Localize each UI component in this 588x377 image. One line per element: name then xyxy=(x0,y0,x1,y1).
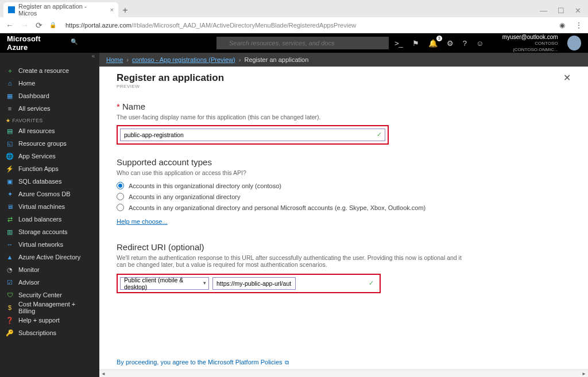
key-icon: 🔑 xyxy=(6,329,14,337)
feedback-icon[interactable]: ☺ xyxy=(476,39,483,48)
sidebar-item-monitor[interactable]: ◔Monitor xyxy=(0,263,99,276)
check-icon: ✓ xyxy=(369,279,374,287)
chevron-right-icon: › xyxy=(239,56,241,63)
list-icon: ≡ xyxy=(6,105,14,112)
account-types-heading: Supported account types xyxy=(117,157,571,167)
profile-icon[interactable]: ◉ xyxy=(559,21,565,29)
help-icon[interactable]: ? xyxy=(463,39,467,48)
check-icon: ✓ xyxy=(377,131,382,138)
sql-icon: ▣ xyxy=(6,178,14,185)
back-icon[interactable]: ← xyxy=(6,21,14,30)
cloud-shell-icon[interactable]: >_ xyxy=(394,39,403,48)
page-title: Register an application xyxy=(117,72,224,84)
sidebar-item-advisor[interactable]: ☑Advisor xyxy=(0,276,99,289)
sidebar-item-security-center[interactable]: 🛡Security Center xyxy=(0,289,99,301)
sidebar-item-storage-accounts[interactable]: ▥Storage accounts xyxy=(0,226,99,238)
breadcrumb: Home › contoso - App registrations (Prev… xyxy=(99,53,588,67)
breadcrumb-app-reg[interactable]: contoso - App registrations (Preview) xyxy=(132,56,235,63)
grid-icon: ▤ xyxy=(6,127,14,135)
radio-option-multi-tenant[interactable]: Accounts in any organizational directory xyxy=(117,193,571,200)
breadcrumb-current: Register an application xyxy=(244,56,308,63)
sidebar-item-resource-groups[interactable]: ◱Resource groups xyxy=(0,137,99,150)
sidebar-item-dashboard[interactable]: ▦Dashboard xyxy=(0,90,99,102)
sidebar-item-function-apps[interactable]: ⚡Function Apps xyxy=(0,162,99,175)
radio-option-single-tenant[interactable]: Accounts in this organizational director… xyxy=(117,182,571,189)
shield-icon: 🛡 xyxy=(6,292,14,298)
browser-tab[interactable]: Register an application - Micros × xyxy=(3,2,118,17)
sidebar: « ＋Create a resource ⌂Home ▦Dashboard ≡A… xyxy=(0,53,99,377)
sidebar-item-cosmos-db[interactable]: ✦Azure Cosmos DB xyxy=(0,188,99,200)
storage-icon: ▥ xyxy=(6,228,14,236)
chevron-right-icon: › xyxy=(126,56,129,63)
policies-link[interactable]: By proceeding, you agree to the Microsof… xyxy=(117,359,289,366)
vm-icon: 🖥 xyxy=(6,203,14,210)
scroll-right-icon[interactable]: ► xyxy=(580,370,588,377)
bolt-icon: ⚡ xyxy=(6,165,14,173)
forward-icon[interactable]: → xyxy=(21,21,29,30)
redirect-help: We'll return the authentication response… xyxy=(117,254,473,268)
external-link-icon: ⧉ xyxy=(284,359,289,366)
sidebar-item-virtual-networks[interactable]: ↔Virtual networks xyxy=(0,238,99,251)
search-wrap xyxy=(67,37,389,49)
help-me-choose-link[interactable]: Help me choose... xyxy=(117,218,571,225)
plus-icon: ＋ xyxy=(6,67,14,75)
close-blade-icon[interactable]: ✕ xyxy=(563,72,571,83)
sidebar-item-cost-mgmt[interactable]: $Cost Management + Billing xyxy=(0,301,99,314)
redirect-highlight: Public client (mobile & desktop) ▾ ✓ xyxy=(117,274,381,293)
scroll-left-icon[interactable]: ◄ xyxy=(99,370,107,377)
radio-icon xyxy=(117,204,124,211)
group-icon: ◱ xyxy=(6,140,14,147)
url-text[interactable]: https://portal.azure.com/#blade/Microsof… xyxy=(65,22,356,29)
redirect-uri-input[interactable] xyxy=(212,277,296,290)
sidebar-item-virtual-machines[interactable]: 🖥Virtual machines xyxy=(0,200,99,213)
browser-tabbar: Register an application - Micros × + — ☐… xyxy=(0,0,588,17)
new-tab-button[interactable]: + xyxy=(118,3,132,17)
app-name-input[interactable] xyxy=(120,129,385,141)
horizontal-scrollbar[interactable]: ◄ ► xyxy=(99,370,588,377)
window-controls: — ☐ ✕ xyxy=(533,4,588,17)
notifications-icon[interactable]: 🔔 xyxy=(428,39,438,48)
user-account[interactable]: myuser@outlook.com CONTOSO (CONTOSO.ONMI… xyxy=(493,34,558,53)
tab-close-icon[interactable]: × xyxy=(110,6,114,13)
sidebar-item-all-services[interactable]: ≡All services xyxy=(0,102,99,115)
sidebar-item-help-support[interactable]: ❓Help + support xyxy=(0,314,99,327)
support-icon: ❓ xyxy=(6,317,14,324)
menu-icon[interactable]: ⋮ xyxy=(575,21,582,29)
settings-icon[interactable]: ⚙ xyxy=(447,39,454,48)
content-area: Home › contoso - App registrations (Prev… xyxy=(99,53,588,377)
close-window-icon[interactable]: ✕ xyxy=(575,6,581,15)
sidebar-collapse-icon[interactable]: « xyxy=(0,53,99,64)
sidebar-item-load-balancers[interactable]: ⇄Load balancers xyxy=(0,213,99,226)
sidebar-item-app-services[interactable]: 🌐App Services xyxy=(0,150,99,162)
vnet-icon: ↔ xyxy=(6,241,14,248)
radio-icon xyxy=(117,182,124,189)
name-highlight: ✓ xyxy=(117,125,389,145)
maximize-icon[interactable]: ☐ xyxy=(558,6,564,15)
minimize-icon[interactable]: — xyxy=(540,6,547,15)
chevron-down-icon: ▾ xyxy=(203,280,206,286)
advisor-icon: ☑ xyxy=(6,279,14,286)
monitor-icon: ◔ xyxy=(6,266,14,274)
breadcrumb-home[interactable]: Home xyxy=(106,56,123,63)
sidebar-item-aad[interactable]: ▲Azure Active Directory xyxy=(0,251,99,263)
directory-filter-icon[interactable]: ⚑ xyxy=(412,39,419,48)
global-search-input[interactable] xyxy=(216,37,389,49)
user-email: myuser@outlook.com xyxy=(493,34,558,40)
sidebar-item-subscriptions[interactable]: 🔑Subscriptions xyxy=(0,327,99,339)
reload-icon[interactable]: ⟳ xyxy=(36,21,42,30)
balancer-icon: ⇄ xyxy=(6,216,14,223)
name-heading: Name xyxy=(117,102,571,111)
avatar[interactable] xyxy=(567,36,581,50)
blade-body: Register an application PREVIEW ✕ Name T… xyxy=(99,67,588,377)
sidebar-item-all-resources[interactable]: ▤All resources xyxy=(0,125,99,137)
sidebar-favorites-header: ★ FAVORITES xyxy=(0,115,99,125)
sidebar-item-sql-databases[interactable]: ▣SQL databases xyxy=(0,175,99,188)
sidebar-item-home[interactable]: ⌂Home xyxy=(0,77,99,90)
browser-address-bar: ← → ⟳ 🔒 https://portal.azure.com/#blade/… xyxy=(0,17,588,33)
redirect-type-dropdown[interactable]: Public client (mobile & desktop) ▾ xyxy=(120,277,209,290)
sidebar-item-create-resource[interactable]: ＋Create a resource xyxy=(0,64,99,77)
radio-icon xyxy=(117,193,124,200)
name-help-text: The user-facing display name for this ap… xyxy=(117,114,571,121)
home-icon: ⌂ xyxy=(6,80,14,87)
radio-option-multi-personal[interactable]: Accounts in any organizational directory… xyxy=(117,204,571,211)
